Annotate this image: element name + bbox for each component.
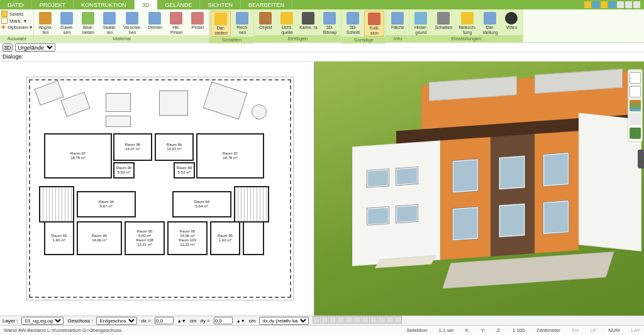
selekt-toggle[interactable]: Selekt (1, 11, 32, 17)
snap-icon[interactable] (337, 316, 345, 324)
schatten-settings-button[interactable]: Schatten (432, 11, 455, 35)
snap-icon[interactable] (362, 316, 369, 324)
drehen-button[interactable]: Drehen (145, 11, 165, 35)
snap-icons (313, 316, 402, 325)
tab-projekt[interactable]: PROJEKT (32, 0, 74, 9)
snap-icon[interactable] (353, 316, 361, 324)
group-title-material: Material (34, 35, 209, 42)
flaeche-button[interactable]: Fläche (387, 11, 408, 35)
palette-materials-icon[interactable] (630, 100, 641, 111)
zuweisen-button[interactable]: Zuwei- sen (57, 11, 77, 35)
ribbon-group-sonstige: 3D- Schnitt Kolli- sion Sonstige (341, 9, 386, 42)
group-title-info: Info (386, 35, 409, 42)
view-dropdown[interactable]: Urgelände (15, 43, 55, 52)
geschoss-label: Geschoss : (67, 318, 92, 324)
kollision-button[interactable]: Kolli- sion (364, 11, 384, 36)
mark-toggle[interactable]: Mark.▾ (1, 18, 32, 24)
lichtquelle-button[interactable]: Licht- quelle (277, 11, 297, 35)
help2-icon[interactable] (609, 1, 616, 8)
snap-icon[interactable] (370, 316, 377, 324)
tab-sichten[interactable]: SICHTEN (200, 0, 241, 9)
status-ein: Ein (572, 327, 579, 333)
2d-viewport[interactable]: Raum 9718,78 m² Raum 995,52 m² Raum 9614… (0, 62, 314, 316)
unknown-icon[interactable] (601, 1, 608, 8)
tab-bearbeiten[interactable]: BEARBEITEN (241, 0, 292, 9)
snap-icon[interactable] (329, 316, 336, 324)
cm-label-2: cm (249, 318, 256, 324)
kamera-button[interactable]: Kame- ra (298, 11, 318, 35)
palette-layers-icon[interactable] (630, 72, 641, 84)
palette-grid-icon[interactable] (630, 114, 641, 125)
ribbon-group-einstellungen: Hinter- grund Schatten Beleuch- tung Dar… (409, 9, 523, 42)
cm-label-1: cm (190, 318, 197, 324)
3d-bitmap-button[interactable]: 3D- Bitmap (319, 11, 340, 35)
darstellung-button[interactable]: Dar- stellung (480, 11, 500, 35)
pinsel-button[interactable]: Pinsel (187, 11, 208, 35)
snap-icon[interactable] (345, 316, 353, 324)
status-lay: LAY (631, 327, 640, 333)
objekt-button[interactable]: Objekt (255, 11, 275, 35)
tab-konstruktion[interactable]: KONSTRUKTION (74, 0, 135, 9)
snap-icon[interactable] (394, 316, 402, 324)
tab-3d[interactable]: 3D (135, 0, 158, 9)
window-controls (584, 0, 644, 9)
coord-mode-select[interactable]: dx,dy (relativ ka (259, 317, 309, 325)
status-z: Z: (497, 327, 501, 333)
dy-label: dy = (200, 318, 209, 324)
snap-icon[interactable] (386, 316, 394, 324)
palette-terrain-icon[interactable] (630, 128, 641, 139)
bottom-toolbar: Layer : 01_ug,eg,og Geschoss : Erdgescho… (0, 316, 644, 325)
panel-handle[interactable] (638, 150, 644, 168)
abgreifen-button[interactable]: Abgrei- fen (35, 11, 55, 35)
hintergrund-button[interactable]: Hinter- grund (411, 11, 431, 35)
geschoss-select[interactable]: Erdgeschos (96, 317, 137, 325)
status-bar: Wand AW-Bestand L=Konstruktion G=Oberges… (0, 325, 644, 335)
menu-tabbar: DATEI PROJEKT KONSTRUKTION 3D GELÄNDE SI… (0, 0, 644, 9)
status-sel: 1:1 sel (438, 327, 453, 333)
dialog-bar: Dialoge: (0, 52, 644, 62)
video-button[interactable]: Video (501, 11, 521, 35)
palette-view-icon[interactable] (630, 86, 641, 97)
group-title-einfuegen: Einfügen (254, 35, 341, 42)
ribbon-group-einfuegen: Objekt Licht- quelle Kame- ra 3D- Bitmap… (254, 9, 341, 42)
3d-viewport[interactable] (314, 62, 644, 316)
rechnen-button[interactable]: Rech- nen (232, 11, 252, 36)
close-icon[interactable] (633, 1, 640, 8)
group-title-einstellungen: Einstellungen (409, 35, 523, 42)
status-y: Y: (481, 327, 486, 333)
minimize-icon[interactable] (617, 1, 624, 8)
bearbeiten-button[interactable]: Bear- beiten (78, 11, 98, 35)
tab-gelaende[interactable]: GELÄNDE (157, 0, 200, 9)
dx-label: dx = (141, 318, 150, 324)
layer-label: Layer : (3, 318, 18, 324)
ribbon: Selekt Mark.▾ ✚Optionen▾ Auswahl Abgrei-… (0, 9, 644, 43)
3d-toggle-button[interactable]: 3D (3, 43, 13, 52)
help-icon[interactable] (584, 1, 591, 8)
verschieben-button[interactable]: Verschie- ben (121, 11, 143, 35)
maximize-icon[interactable] (625, 1, 632, 8)
optionen-button[interactable]: ✚Optionen▾ (1, 25, 32, 30)
status-x: X: (465, 327, 470, 333)
darstellen-button[interactable]: Dar- stellen (211, 11, 231, 36)
dx-input[interactable] (155, 317, 174, 324)
beleuchtung-button[interactable]: Beleuch- tung (456, 11, 479, 35)
floor-plan: Raum 9718,78 m² Raum 995,52 m² Raum 9614… (18, 68, 303, 309)
snap-icon[interactable] (313, 316, 320, 324)
main-split: Raum 9718,78 m² Raum 995,52 m² Raum 9614… (0, 62, 644, 316)
house-model (352, 71, 629, 304)
ribbon-group-schatten: Dar- stellen Rech- nen Schatten (209, 9, 254, 42)
group-title-sonstige: Sonstige (341, 36, 386, 43)
tab-datei[interactable]: DATEI (0, 0, 32, 9)
hin-pinsel-button[interactable]: Hin. Pinsel (166, 11, 186, 35)
settings-icon[interactable] (592, 1, 599, 8)
dy-input[interactable] (214, 317, 233, 324)
group-title-schatten: Schatten (209, 36, 253, 43)
status-unit: Zentimeter (536, 327, 560, 333)
3d-schnitt-button[interactable]: 3D- Schnitt (343, 11, 363, 36)
layer-select[interactable]: 01_ug,eg,og (21, 317, 64, 325)
status-left: Wand AW-Bestand L=Konstruktion G=Oberges… (4, 327, 121, 333)
snap-icon[interactable] (378, 316, 386, 324)
snap-icon[interactable] (321, 316, 328, 324)
dialog-label: Dialoge: (3, 53, 23, 60)
skalieren-button[interactable]: Skalie- ren (99, 11, 119, 35)
